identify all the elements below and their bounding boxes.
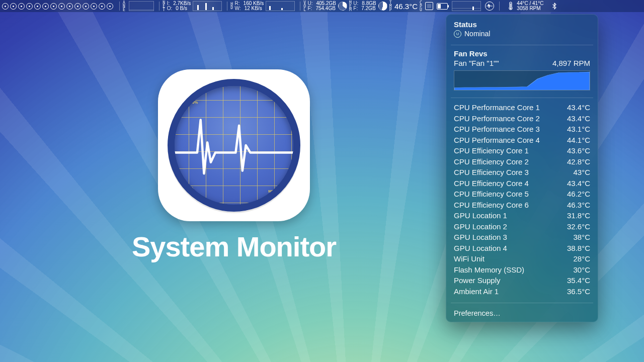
tmp-big-value[interactable]: 46.3°C: [394, 2, 418, 11]
temp-value: 28°C: [573, 253, 590, 264]
ane-label: A N E: [123, 1, 125, 12]
temp-row: WiFi Unit28°C: [454, 253, 590, 264]
temp-name: CPU Efficiency Core 3: [454, 167, 529, 178]
core-dot-4[interactable]: [26, 3, 33, 10]
net-label: N E T: [163, 1, 165, 12]
temp-row: GPU Location 232.6°C: [454, 221, 590, 232]
bluetooth-icon[interactable]: [552, 3, 556, 10]
temp-row: GPU Location 338°C: [454, 232, 590, 243]
hd-label: H D: [230, 3, 233, 10]
hero-title: System Monitor: [126, 230, 342, 263]
cpu-label: C P U: [420, 1, 422, 12]
temp-name: GPU Location 3: [454, 232, 507, 243]
temp-value: 32.6°C: [567, 221, 590, 232]
temp-value: 43.4°C: [567, 102, 590, 113]
cpu-chip-icon: [425, 2, 433, 10]
menubar[interactable]: A N E N E T I:2.7KB/s O:0 B/s H D R:160 …: [0, 0, 644, 12]
core-dot-5[interactable]: [34, 3, 41, 10]
svg-point-2: [456, 33, 457, 34]
temp-value: 43.4°C: [567, 178, 590, 189]
core-dot-13[interactable]: [99, 3, 105, 10]
temp-row: CPU Performance Core 343.1°C: [454, 124, 590, 135]
temp-value: 46.3°C: [567, 200, 590, 211]
temp-value: 44.1°C: [567, 135, 590, 146]
core-dot-11[interactable]: [83, 3, 89, 10]
thermometer-icon[interactable]: [508, 2, 515, 11]
core-dot-6[interactable]: [42, 3, 49, 10]
core-dot-9[interactable]: [66, 3, 73, 10]
temp-name: Ambient Air 1: [454, 286, 499, 297]
temp-name: CPU Efficiency Core 6: [454, 200, 529, 211]
cpu-chart[interactable]: [452, 1, 481, 11]
core-dot-14[interactable]: [107, 3, 113, 10]
core-dot-3[interactable]: [18, 3, 25, 10]
temp-name: Flash Memory (SSD): [454, 264, 524, 276]
mem-stats[interactable]: U:8.8GB F:7.2GB: [353, 1, 376, 11]
core-dot-1[interactable]: [2, 3, 9, 10]
temperature-dropdown-panel[interactable]: Status Nominal Fan Revs Fan "Fan "1"" 4,…: [446, 14, 598, 322]
temp-row: GPU Location 131.8°C: [454, 210, 590, 221]
temp-row: Ambient Air 136.5°C: [454, 286, 590, 297]
core-dot-12[interactable]: [91, 3, 97, 10]
temp-row: CPU Performance Core 143.4°C: [454, 102, 590, 113]
temp-row: CPU Efficiency Core 343°C: [454, 167, 590, 178]
svg-point-3: [458, 33, 459, 34]
status-row: Nominal: [454, 30, 590, 38]
app-icon: 100% 0% MBS: [158, 69, 310, 221]
battery-icon[interactable]: [437, 3, 448, 10]
temp-row: CPU Performance Core 444.1°C: [454, 135, 590, 146]
smile-icon: [454, 30, 461, 38]
temp-row: CPU Efficiency Core 546.2°C: [454, 189, 590, 200]
core-indicator-dots[interactable]: [2, 3, 113, 10]
hd-chart[interactable]: [266, 1, 295, 11]
core-dot-10[interactable]: [74, 3, 81, 10]
temp-name: GPU Location 1: [454, 210, 507, 221]
temp-value: 43.1°C: [567, 124, 590, 135]
status-heading: Status: [454, 20, 590, 29]
hd-stats[interactable]: R:160 KB/s W:12 KB/s: [235, 1, 264, 11]
temp-name: GPU Location 2: [454, 221, 507, 232]
vol-label: V O L: [303, 1, 306, 12]
net-chart[interactable]: [193, 1, 222, 11]
temp-name: CPU Performance Core 2: [454, 113, 540, 124]
vol-pie-icon[interactable]: [338, 2, 347, 11]
temp-row: GPU Location 438.8°C: [454, 243, 590, 254]
core-dot-2[interactable]: [10, 3, 17, 10]
temperature-list: CPU Performance Core 143.4°CCPU Performa…: [446, 101, 598, 300]
temp-value: 46.2°C: [567, 189, 590, 200]
temp-name: CPU Performance Core 1: [454, 102, 540, 113]
temp-value: 38.8°C: [567, 243, 590, 254]
temp-value: 38°C: [573, 232, 590, 243]
temp-row: CPU Efficiency Core 646.3°C: [454, 200, 590, 211]
temp-name: CPU Efficiency Core 1: [454, 145, 529, 156]
activity-pulse-icon[interactable]: [485, 2, 494, 11]
temp-value: 35.4°C: [567, 275, 590, 286]
net-stats[interactable]: I:2.7KB/s O:0 B/s: [167, 1, 191, 11]
temp-name: CPU Performance Core 4: [454, 135, 540, 146]
ane-chart[interactable]: [129, 1, 154, 11]
temp-value: 42.8°C: [567, 156, 590, 167]
mem-pie-icon[interactable]: [378, 2, 387, 11]
core-dot-8[interactable]: [58, 3, 65, 10]
temp-name: GPU Location 4: [454, 243, 507, 254]
temp-name: CPU Performance Core 3: [454, 124, 540, 135]
fan-row: Fan "Fan "1"" 4,897 RPM: [454, 59, 590, 67]
tmp-label: T M P: [389, 1, 392, 12]
menubar-temp-readout[interactable]: 44°C / 41°C 3058 RPM: [517, 1, 543, 11]
temp-value: 30°C: [573, 264, 590, 276]
temp-name: Power Supply: [454, 275, 501, 286]
temp-value: 43.6°C: [567, 145, 590, 156]
preferences-menu-item[interactable]: Preferences…: [446, 306, 598, 319]
mem-label: M E M: [349, 1, 352, 12]
fan-chart: [454, 70, 590, 90]
core-dot-7[interactable]: [50, 3, 57, 10]
temp-value: 43.4°C: [567, 113, 590, 124]
vol-stats[interactable]: U:405.2GB F:754.4GB: [308, 1, 336, 11]
temp-name: WiFi Unit: [454, 253, 485, 264]
temp-value: 43°C: [573, 167, 590, 178]
temp-value: 31.8°C: [567, 210, 590, 221]
temp-value: 36.5°C: [567, 286, 590, 297]
temp-row: Flash Memory (SSD)30°C: [454, 264, 590, 276]
fan-heading: Fan Revs: [454, 49, 590, 58]
temp-name: CPU Efficiency Core 5: [454, 189, 529, 200]
